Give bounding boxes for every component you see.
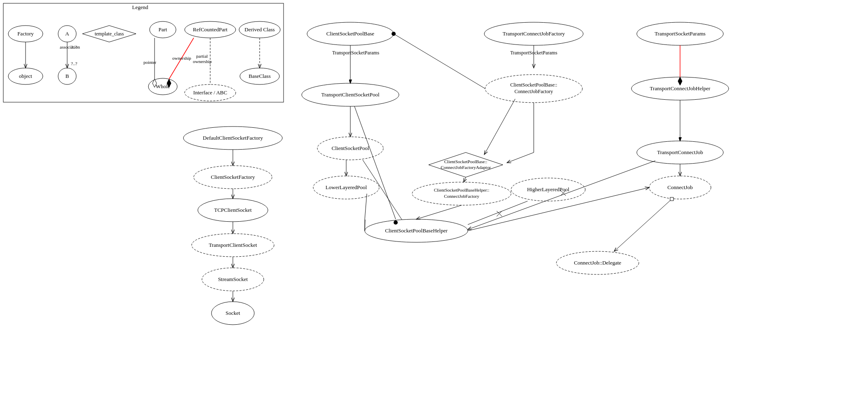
legend-a-label: A (65, 30, 69, 37)
cspb-filled-dot (392, 32, 396, 36)
socket-label: Socket (225, 310, 240, 316)
legend-assoc-label2: association (60, 45, 80, 49)
legend-object-label: object (19, 73, 32, 79)
tcpcs-label: TCPClientSocket (214, 207, 252, 213)
transportclientsocketpool-label: TransportClientSocketPool (321, 91, 379, 98)
cspb-cjf-label1: ClientSocketPoolBase:: (510, 82, 557, 88)
clientsocketpoolbase-label: ClientSocketPoolBase (326, 30, 375, 37)
legend-derived-label: Derived Class (244, 26, 274, 33)
filled-dot-tcsp (394, 220, 398, 225)
tcjf-cjfa-arrow (507, 152, 534, 163)
transportsocketparams-label-top: TransportSocketParams (332, 50, 380, 56)
tcjh-label: TransportConnectJobHelper (650, 85, 711, 91)
clientsocketpool-label: ClientSocketPool (332, 145, 369, 151)
legend-b-label: B (66, 73, 69, 79)
cspbh-cjf-label2: ConnectJobFactory (444, 194, 479, 199)
legend-ownership-label: ownership (172, 56, 191, 61)
llp-cspbh-line (365, 194, 367, 219)
legend-pointer-label: pointer (143, 60, 156, 65)
lowerlayeredpool-label: LowerLayeredPool (326, 184, 367, 190)
legend-interface-label: Interface / ABC (193, 89, 227, 96)
cjfa-cjf-arrow (464, 177, 466, 182)
cspbh-cjf-label1: ClientSocketPoolBaseHelper:: (434, 187, 489, 192)
tcsp-cspbh-line (354, 106, 396, 219)
dcsf-label: DefaultClientSocketFactory (203, 135, 263, 141)
legend-partial-label: partial (196, 54, 208, 59)
tcj-label: TransportConnectJob (657, 149, 703, 155)
legend-partial-own-label: ownership (193, 59, 212, 64)
csf-label: ClientSocketFactory (211, 174, 255, 180)
legend-baseclass-label: BaseClass (249, 73, 270, 79)
cj-delegate-arrow (614, 199, 672, 251)
tcjf-label: TransportConnectJobFactory (502, 30, 565, 37)
cjfa-cspbh-arrow (416, 205, 462, 219)
cspb-cjfa-label1: ClientSocketPoolBase:: (444, 159, 488, 164)
legend-assoc-label3: ?..? (71, 61, 77, 66)
legend-box (3, 3, 284, 102)
tsp-right-label: TransportSocketParams (655, 30, 706, 37)
cspb-cjf-line (394, 34, 485, 89)
diagram-canvas: Legend Factory A template_class Part Ref… (0, 0, 868, 396)
cspbh-label: ClientSocketPoolBaseHelper (385, 227, 448, 234)
cj-delegate-label: ConnectJob::Delegate (574, 260, 622, 266)
cj-label: ConnectJob (667, 184, 692, 190)
legend-part-label: Part (159, 26, 167, 33)
legend-template-label: template_class (95, 31, 124, 37)
legend-title: Legend (132, 4, 148, 10)
legend-factory-label: Factory (17, 30, 34, 37)
cspb-cjf-label2: ConnectJobFactory (514, 89, 553, 94)
legend-refcounted-label: RefCountedPart (193, 26, 228, 33)
cj-open-square (670, 197, 673, 201)
hlp-label: HigherLayeredPool (527, 186, 570, 192)
ss-label: StreamSocket (218, 276, 248, 282)
tcs-label: TransportClientSocket (209, 242, 257, 248)
cspb-cjfa-label2: ConnectJobFactoryAdaptor (441, 165, 491, 170)
cjf-cjfa-arrow (484, 99, 515, 155)
